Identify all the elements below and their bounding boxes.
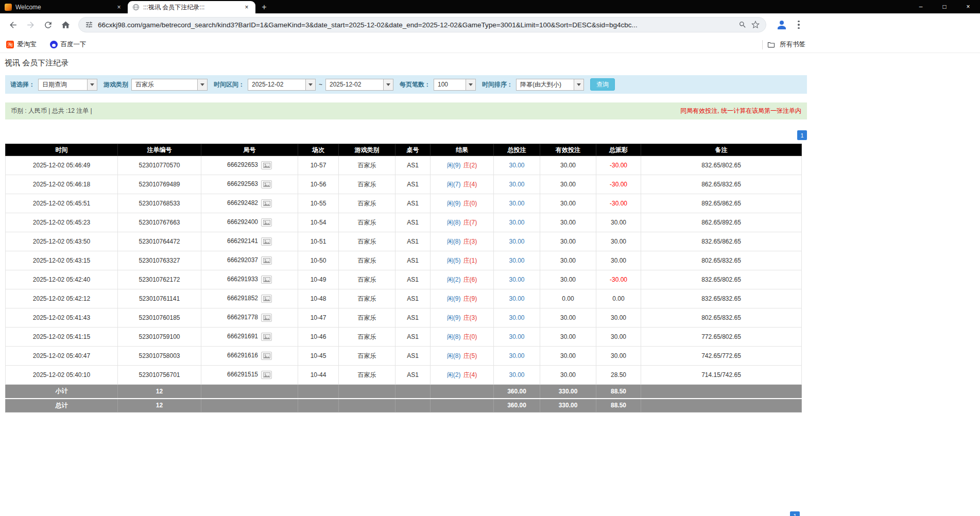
pagination-top: 1: [5, 130, 807, 140]
tab-close-icon[interactable]: ×: [115, 3, 123, 11]
total-bet-link[interactable]: 30.00: [509, 295, 524, 302]
round-detail-icon[interactable]: [261, 256, 272, 265]
tab-close-icon[interactable]: ×: [243, 3, 251, 11]
table-row: 2025-12-02 05:41:43 523010760185 6662917…: [6, 308, 802, 328]
round-detail-icon[interactable]: [261, 199, 272, 208]
round-detail-icon[interactable]: [261, 161, 272, 169]
home-button[interactable]: [58, 17, 73, 32]
cell-total-bet: 30.00: [494, 347, 540, 366]
browser-tab-welcome[interactable]: Welcome ×: [0, 1, 128, 13]
cell-valid-bet: 30.00: [540, 270, 596, 289]
total-bet-link[interactable]: 30.00: [509, 276, 524, 283]
close-button[interactable]: ×: [956, 0, 980, 13]
reload-button[interactable]: [40, 17, 56, 32]
cell-valid-bet: 30.00: [540, 347, 596, 366]
new-tab-button[interactable]: +: [257, 1, 271, 13]
round-detail-icon[interactable]: [261, 237, 272, 246]
bookmark-label: 爱淘宝: [17, 40, 37, 49]
page-size-label: 每页笔数：: [400, 80, 431, 89]
game-type-select[interactable]: 百家乐: [131, 79, 208, 91]
cell-session: 10-48: [298, 289, 339, 308]
date-start-select[interactable]: 2025-12-02: [248, 79, 316, 91]
browser-menu-icon[interactable]: [793, 18, 804, 32]
page-number-button[interactable]: 1: [797, 130, 807, 140]
result-banker: 庄(4): [463, 181, 477, 188]
all-bookmarks-button[interactable]: 所有书签: [762, 36, 805, 53]
total-bet-link[interactable]: 30.00: [509, 314, 524, 321]
total-row: 总计 12 360.00 330.00 88.50: [6, 399, 802, 412]
maximize-button[interactable]: □: [933, 0, 956, 13]
chevron-down-icon[interactable]: [87, 79, 97, 90]
address-bar[interactable]: 66cxkj98.com/game/betrecord_search/kind3…: [78, 17, 766, 32]
total-bet-link[interactable]: 30.00: [509, 333, 524, 340]
tab-strip: Welcome × :::视讯 会员下注纪录::: × + – □ ×: [0, 0, 980, 13]
query-type-select[interactable]: 日期查询: [38, 79, 97, 91]
empty-cell: [339, 385, 396, 399]
empty-cell: [298, 385, 339, 399]
round-detail-icon[interactable]: [261, 314, 272, 322]
cell-bet-id: 523010762172: [118, 270, 201, 289]
search-button[interactable]: 查询: [590, 78, 615, 91]
cell-round: 666292141: [201, 232, 298, 251]
round-detail-icon[interactable]: [261, 371, 272, 379]
cell-payout: -30.00: [596, 194, 641, 213]
profile-avatar[interactable]: [775, 18, 789, 32]
round-detail-icon[interactable]: [261, 180, 272, 188]
cell-total-bet: 30.00: [494, 194, 540, 213]
minimize-button[interactable]: –: [909, 0, 933, 13]
date-end-select[interactable]: 2025-12-02: [325, 79, 393, 91]
cell-note: 832.65/802.65: [641, 156, 802, 175]
round-detail-icon[interactable]: [261, 218, 272, 227]
total-bet-link[interactable]: 30.00: [509, 371, 524, 379]
game-type-value: 百家乐: [132, 79, 197, 90]
chevron-down-icon[interactable]: [197, 79, 207, 90]
result-banker: 庄(6): [463, 276, 477, 283]
forward-button[interactable]: [23, 17, 38, 32]
bet-table-body: 2025-12-02 05:46:49 523010770570 6662926…: [6, 156, 802, 385]
back-button[interactable]: [5, 17, 21, 32]
cell-round: 666292400: [201, 213, 298, 232]
sort-select[interactable]: 降幂(由大到小): [516, 79, 584, 91]
cell-note: 802.65/832.65: [641, 308, 802, 328]
total-bet-link[interactable]: 30.00: [509, 162, 524, 169]
table-row: 2025-12-02 05:43:50 523010764472 6662921…: [6, 232, 802, 251]
round-detail-icon[interactable]: [261, 295, 272, 303]
result-player: 闲(8): [447, 352, 461, 359]
cell-note: 832.65/862.65: [641, 232, 802, 251]
round-detail-icon[interactable]: [261, 333, 272, 341]
bookmark-baidu[interactable]: 百度一下: [50, 40, 87, 49]
page-size-select[interactable]: 100: [434, 79, 476, 91]
total-bet-link[interactable]: 30.00: [509, 352, 524, 359]
chevron-down-icon[interactable]: [383, 79, 393, 90]
cell-table: AS1: [396, 328, 431, 347]
total-bet-link[interactable]: 30.00: [509, 181, 524, 188]
round-id: 666292037: [227, 256, 258, 264]
round-detail-icon[interactable]: [261, 276, 272, 284]
total-bet-link[interactable]: 30.00: [509, 219, 524, 226]
site-info-icon[interactable]: [85, 21, 93, 29]
chevron-down-icon[interactable]: [305, 79, 315, 90]
cell-payout: 30.00: [596, 347, 641, 366]
browser-tab-betrecord[interactable]: :::视讯 会员下注纪录::: ×: [128, 1, 255, 13]
cell-total-bet: 30.00: [494, 251, 540, 270]
chevron-down-icon[interactable]: [574, 79, 583, 90]
bet-records-table: 时间 注单编号 局号 场次 游戏类别 桌号 结果 总投注 有效投注 总派彩 备注…: [5, 144, 802, 412]
cell-round: 666291691: [201, 328, 298, 347]
bookmark-taobao[interactable]: 淘 爱淘宝: [6, 40, 37, 49]
cell-game: 百家乐: [339, 366, 396, 385]
total-bet-link[interactable]: 30.00: [509, 238, 524, 245]
valid-bet-note-text: 同局有效投注, 统一计算在该局第一张注单内: [680, 107, 801, 115]
col-payout: 总派彩: [596, 144, 641, 156]
total-bet-link[interactable]: 30.00: [509, 200, 524, 207]
cell-round: 666291616: [201, 347, 298, 366]
bookmark-star-icon[interactable]: [751, 21, 760, 29]
page-number-button[interactable]: 1: [790, 511, 800, 516]
cell-session: 10-51: [298, 232, 339, 251]
total-bet-link[interactable]: 30.00: [509, 257, 524, 264]
round-detail-icon[interactable]: [261, 352, 272, 360]
zoom-icon[interactable]: [738, 21, 747, 29]
cell-valid-bet: 30.00: [540, 232, 596, 251]
result-player: 闲(2): [447, 276, 461, 283]
chevron-down-icon[interactable]: [466, 79, 475, 90]
cell-valid-bet: 30.00: [540, 308, 596, 328]
